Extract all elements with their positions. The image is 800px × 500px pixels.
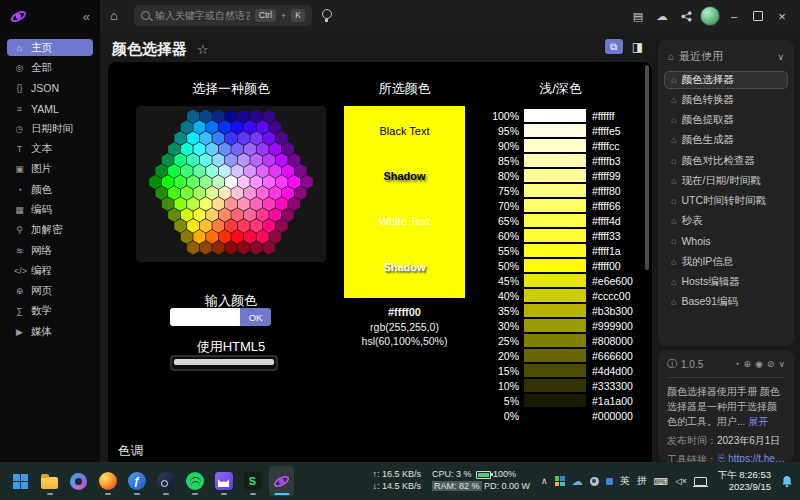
recent-item-UTC时间转时间戳[interactable]: ⌂UTC时间转时间戳 [664, 192, 788, 210]
palette-icon[interactable]: ◔ [734, 359, 739, 369]
sidebar-item-全部[interactable]: ◎全部 [7, 59, 93, 76]
shade-swatch[interactable] [524, 379, 586, 392]
favorite-star-icon[interactable]: ☆ [197, 42, 209, 57]
html5-color-input[interactable] [170, 355, 278, 371]
sidebar-item-图片[interactable]: ▣图片 [7, 161, 93, 178]
volume-muted-icon[interactable]: ◁× [675, 476, 687, 486]
steam-tray-icon[interactable] [590, 477, 599, 486]
minimize-button[interactable]: – [722, 0, 746, 32]
shade-swatch[interactable] [524, 184, 586, 197]
compare-button[interactable]: ⧉ [605, 39, 623, 54]
recent-item-Whois[interactable]: ⌂Whois [664, 233, 788, 251]
recent-item-颜色转换器[interactable]: ⌂颜色转换器 [664, 91, 788, 109]
shade-swatch[interactable] [524, 154, 586, 167]
taskbar-app-cat-app[interactable] [211, 466, 236, 496]
touch-keyboard-icon[interactable]: ⌨ [654, 476, 668, 487]
home-icon[interactable]: ⌂ [110, 8, 118, 23]
info-link[interactable]: https://t.he3app.co... [728, 453, 785, 462]
sidebar-item-媒体[interactable]: ▶媒体 [7, 323, 93, 340]
shade-swatch[interactable] [524, 244, 586, 257]
power-mode-icon[interactable] [694, 477, 707, 486]
app-tray-icon[interactable] [606, 478, 613, 485]
shade-percent: 40% [480, 290, 524, 302]
cloud-sync-tray-icon[interactable]: ☁ [572, 475, 583, 488]
form-icon[interactable]: ▤ [626, 0, 650, 32]
recent-item-秒表[interactable]: ⌂秒表 [664, 212, 788, 230]
recent-header[interactable]: ⌂ 最近使用 ∨ [664, 46, 788, 71]
search-input[interactable]: 输入关键字或自然语言进... Ctrl + K [134, 5, 312, 26]
shade-swatch[interactable] [524, 289, 586, 302]
sidebar-item-JSON[interactable]: {}JSON [7, 80, 93, 97]
taskbar-app-windows-start[interactable] [8, 466, 33, 496]
taskbar-clock[interactable]: 下午 8:26:53 2023/9/15 [718, 469, 771, 494]
shade-swatch[interactable] [524, 109, 586, 122]
chevron-down-icon[interactable]: ∨ [778, 359, 785, 369]
collapse-sidebar-icon[interactable]: « [83, 9, 90, 24]
taskbar-app-firefox[interactable] [95, 466, 120, 496]
recent-item-Base91编码[interactable]: ⌂Base91编码 [664, 293, 788, 311]
recent-item-颜色提取器[interactable]: ⌂颜色提取器 [664, 111, 788, 129]
shade-swatch[interactable] [524, 274, 586, 287]
taskbar-app-spotify[interactable] [182, 466, 207, 496]
shade-swatch[interactable] [524, 199, 586, 212]
network-speed[interactable]: ↑: 16.5 KB/s ↓: 14.5 KB/s [373, 469, 422, 492]
close-button[interactable]: × [770, 0, 794, 32]
shade-swatch[interactable] [524, 394, 586, 407]
github-icon[interactable]: ◉ [755, 359, 763, 369]
taskbar-app-he3[interactable] [269, 466, 294, 496]
recent-item-现在/日期/时间戳[interactable]: ⌂现在/日期/时间戳 [664, 172, 788, 190]
tray-expand-icon[interactable]: ∧ [541, 476, 548, 486]
sidebar-item-编码[interactable]: ▦编码 [7, 201, 93, 218]
hex-color-map[interactable] [136, 106, 326, 262]
cloud-icon[interactable]: ☁ [650, 0, 674, 32]
recent-item-颜色对比检查器[interactable]: ⌂颜色对比检查器 [664, 152, 788, 170]
recent-item-我的IP信息[interactable]: ⌂我的IP信息 [664, 253, 788, 271]
shade-swatch[interactable] [524, 319, 586, 332]
sidebar-item-主页[interactable]: ⌂主页 [7, 39, 93, 56]
expand-link[interactable]: 展开 [748, 416, 768, 427]
maximize-button[interactable] [746, 0, 770, 32]
sidebar-item-网络[interactable]: ≋网络 [7, 242, 93, 259]
shade-swatch[interactable] [524, 349, 586, 362]
ime-english-indicator[interactable]: 英 [620, 474, 630, 488]
sidebar-item-文本[interactable]: T文本 [7, 140, 93, 157]
sidebar-item-网页[interactable]: ⊕网页 [7, 282, 93, 299]
color-input[interactable] [170, 308, 240, 326]
shade-swatch[interactable] [524, 214, 586, 227]
main-scrollbar[interactable] [645, 65, 649, 270]
notification-bell-icon[interactable] [781, 475, 793, 488]
recent-item-颜色生成器[interactable]: ⌂颜色生成器 [664, 132, 788, 150]
taskbar-app-file-explorer[interactable] [37, 466, 62, 496]
taskbar-app-steam[interactable] [153, 466, 178, 496]
lightbulb-icon[interactable] [322, 9, 332, 19]
recent-item-Hosts编辑器[interactable]: ⌂Hosts编辑器 [664, 273, 788, 291]
share-icon[interactable] [674, 0, 698, 32]
shade-swatch[interactable] [524, 169, 586, 182]
shade-swatch[interactable] [524, 364, 586, 377]
recent-item-颜色选择器[interactable]: ⌂颜色选择器 [664, 71, 788, 89]
shade-swatch[interactable] [524, 124, 586, 137]
license-icon[interactable]: ⊘ [767, 359, 775, 369]
graphics-tool-tray-icon[interactable] [555, 476, 565, 486]
shade-swatch[interactable] [524, 334, 586, 347]
shade-swatch[interactable] [524, 304, 586, 317]
ime-pinyin-indicator[interactable]: 拼 [637, 474, 647, 488]
system-stats[interactable]: CPU: 3 % 100% RAM: 82 % PD: 0.00 W [432, 469, 530, 492]
shade-swatch[interactable] [524, 259, 586, 272]
sidebar-item-YAML[interactable]: ≡YAML [7, 100, 93, 117]
panel-toggle-icon[interactable]: ◨ [632, 40, 643, 54]
website-icon[interactable]: ⊕ [743, 359, 751, 369]
taskbar-app-screenshot-tool[interactable]: S [240, 466, 265, 496]
taskbar-app-ms-loop[interactable] [66, 466, 91, 496]
sidebar-item-日期时间[interactable]: ◷日期时间 [7, 120, 93, 137]
sidebar-item-编程[interactable]: </>编程 [7, 262, 93, 279]
sidebar-item-数学[interactable]: ∑数学 [7, 303, 93, 320]
sidebar-item-颜色[interactable]: ◔颜色 [7, 181, 93, 198]
ok-button[interactable]: OK [240, 308, 271, 326]
taskbar-app-blue-f-app[interactable]: ƒ [124, 466, 149, 496]
shade-swatch[interactable] [524, 409, 586, 422]
user-avatar[interactable] [698, 0, 722, 32]
shade-swatch[interactable] [524, 139, 586, 152]
shade-swatch[interactable] [524, 229, 586, 242]
sidebar-item-加解密[interactable]: ⚲加解密 [7, 222, 93, 239]
